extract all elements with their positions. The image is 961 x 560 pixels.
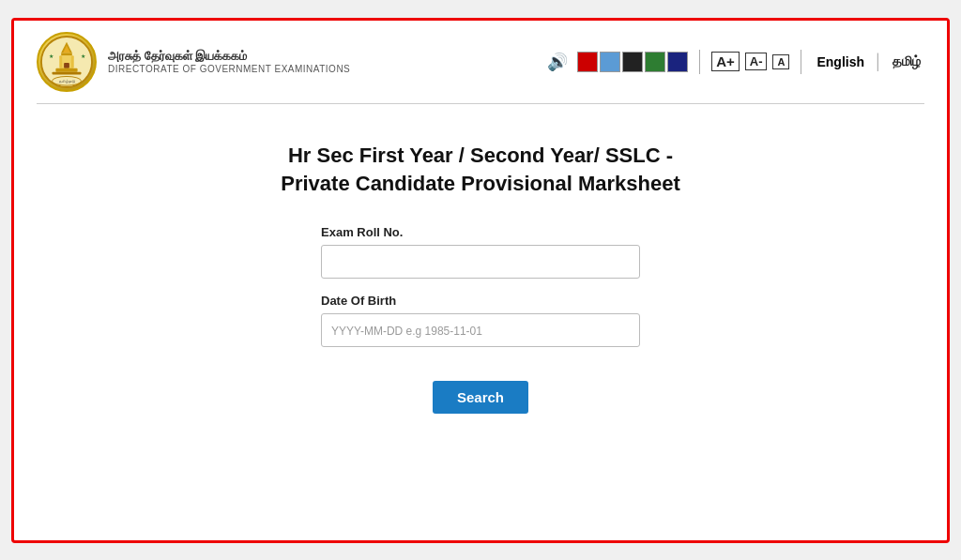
dob-label: Date Of Birth: [321, 294, 640, 308]
font-decrease-button[interactable]: A-: [745, 53, 768, 70]
org-logo: ★ ★ தமிழ்நாடு: [37, 32, 97, 92]
language-english-button[interactable]: English: [813, 53, 868, 71]
svg-rect-8: [53, 71, 82, 74]
font-increase-button[interactable]: A+: [711, 52, 740, 71]
language-tamil-button[interactable]: தமிழ்: [889, 52, 924, 71]
logo-area: ★ ★ தமிழ்நாடு அரசுத் தேர்வுகள் இயக்ககம் …: [37, 32, 350, 92]
dob-group: Date Of Birth: [321, 294, 640, 347]
org-name-block: அரசுத் தேர்வுகள் இயக்ககம் DIRECTORATE OF…: [108, 49, 350, 74]
svg-text:★: ★: [49, 53, 53, 59]
header: ★ ★ தமிழ்நாடு அரசுத் தேர்வுகள் இயக்ககம் …: [14, 21, 947, 103]
exam-roll-input[interactable]: [321, 245, 640, 279]
divider-font-lang: [801, 50, 801, 74]
page-container: ★ ★ தமிழ்நாடு அரசுத் தேர்வுகள் இயக்ககம் …: [11, 18, 950, 543]
svg-rect-2: [61, 53, 72, 55]
search-button[interactable]: Search: [433, 381, 528, 414]
color-swatch-blue[interactable]: [600, 52, 620, 72]
speaker-icon[interactable]: 🔊: [547, 52, 568, 72]
org-name-english: DIRECTORATE OF GOVERNMENT EXAMINATIONS: [108, 64, 350, 74]
exam-roll-group: Exam Roll No.: [321, 225, 640, 279]
exam-roll-label: Exam Roll No.: [321, 225, 640, 239]
font-normal-button[interactable]: A: [772, 54, 789, 69]
toolbar-right: 🔊 A+ A- A English │ தமிழ்: [547, 50, 924, 74]
svg-rect-6: [64, 62, 69, 68]
color-swatch-red[interactable]: [577, 52, 598, 72]
main-content: Hr Sec First Year / Second Year/ SSLC - …: [14, 104, 947, 462]
svg-text:★: ★: [81, 53, 85, 59]
dob-input[interactable]: [321, 313, 640, 347]
divider-colors-font: [699, 50, 700, 74]
color-swatch-navy[interactable]: [667, 52, 688, 72]
color-swatch-green[interactable]: [645, 52, 665, 72]
svg-rect-7: [55, 68, 77, 71]
org-name-tamil: அரசுத் தேர்வுகள் இயக்ககம்: [108, 49, 350, 64]
color-swatches: [577, 52, 688, 72]
page-title: Hr Sec First Year / Second Year/ SSLC - …: [281, 142, 680, 200]
lang-separator: │: [874, 53, 883, 70]
color-swatch-black[interactable]: [622, 52, 643, 72]
